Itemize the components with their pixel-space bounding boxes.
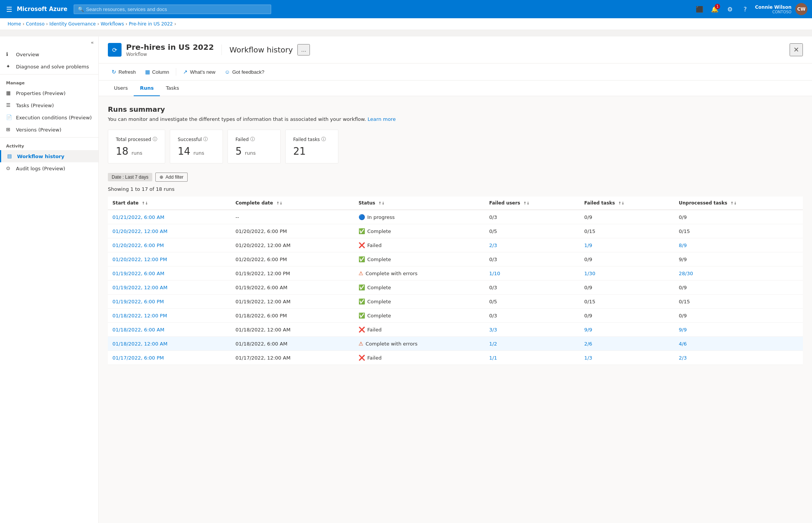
sidebar-divider-1 bbox=[0, 74, 98, 74]
unprocessed-link[interactable]: 28/30 bbox=[679, 271, 693, 276]
start-date-link[interactable]: 01/21/2022, 6:00 AM bbox=[112, 214, 164, 220]
card-failed: Failed ⓘ 5 runs bbox=[227, 130, 281, 163]
add-filter-button[interactable]: ⊕ Add filter bbox=[155, 173, 188, 182]
breadcrumb-identity-governance[interactable]: Identity Governance bbox=[49, 21, 96, 27]
sidebar-item-audit-logs[interactable]: ⊙ Audit logs (Preview) bbox=[0, 162, 98, 174]
table-row[interactable]: 01/21/2022, 6:00 AM -- 🔵 In progress 0/3… bbox=[108, 210, 803, 224]
sidebar-item-versions[interactable]: ⊞ Versions (Preview) bbox=[0, 124, 98, 136]
col-failed-tasks[interactable]: Failed tasks ↑↓ bbox=[580, 197, 674, 210]
status-text: Failed bbox=[367, 355, 382, 361]
failed-users-link[interactable]: 1/1 bbox=[489, 355, 497, 361]
tabs-list: Users Runs Tasks bbox=[108, 81, 803, 96]
ellipsis-button[interactable]: ... bbox=[297, 44, 310, 55]
workflow-icon: ⟳ bbox=[108, 43, 122, 57]
unprocessed-link[interactable]: 4/6 bbox=[679, 341, 687, 347]
unprocessed-value: 0/15 bbox=[679, 228, 690, 234]
search-input[interactable] bbox=[86, 6, 267, 12]
unprocessed-link[interactable]: 2/3 bbox=[679, 355, 687, 361]
table-row[interactable]: 01/17/2022, 6:00 PM 01/17/2022, 12:00 AM… bbox=[108, 351, 803, 365]
start-date-link[interactable]: 01/20/2022, 12:00 AM bbox=[112, 228, 167, 234]
failed-users-link[interactable]: 2/3 bbox=[489, 242, 497, 248]
column-button[interactable]: ▦ Column bbox=[141, 67, 173, 77]
table-row[interactable]: 01/18/2022, 12:00 PM 01/18/2022, 6:00 PM… bbox=[108, 309, 803, 323]
failed-tasks-link[interactable]: 9/9 bbox=[584, 327, 592, 333]
start-date-link[interactable]: 01/20/2022, 6:00 PM bbox=[112, 242, 164, 248]
table-row[interactable]: 01/19/2022, 6:00 AM 01/19/2022, 12:00 PM… bbox=[108, 266, 803, 281]
start-date-link[interactable]: 01/17/2022, 6:00 PM bbox=[112, 355, 164, 361]
failed-tasks-link[interactable]: 1/30 bbox=[584, 271, 595, 276]
notifications-button[interactable]: 🔔 1 bbox=[708, 2, 722, 16]
cloud-shell-button[interactable]: ⬛ bbox=[693, 2, 706, 16]
breadcrumb-workflows[interactable]: Workflows bbox=[101, 21, 124, 27]
failed-tasks-link[interactable]: 2/6 bbox=[584, 341, 592, 347]
card-value-failed-tasks: 21 bbox=[293, 146, 330, 157]
close-button[interactable]: ✕ bbox=[790, 43, 803, 56]
col-status[interactable]: Status ↑↓ bbox=[354, 197, 485, 210]
info-icon-failed-tasks[interactable]: ⓘ bbox=[321, 136, 326, 143]
start-date-link[interactable]: 01/19/2022, 6:00 PM bbox=[112, 299, 164, 304]
learn-more-link[interactable]: Learn more bbox=[368, 116, 396, 122]
table-row[interactable]: 01/18/2022, 12:00 AM 01/18/2022, 6:00 AM… bbox=[108, 337, 803, 351]
table-row[interactable]: 01/19/2022, 6:00 PM 01/19/2022, 12:00 AM… bbox=[108, 295, 803, 309]
table-row[interactable]: 01/19/2022, 12:00 AM 01/19/2022, 6:00 AM… bbox=[108, 281, 803, 295]
page-title-area: ⟳ Pre-hires in US 2022 Workflow Workflow… bbox=[108, 43, 310, 57]
col-unprocessed-tasks[interactable]: Unprocessed tasks ↑↓ bbox=[674, 197, 803, 210]
table-row[interactable]: 01/20/2022, 6:00 PM 01/20/2022, 12:00 AM… bbox=[108, 238, 803, 252]
sidebar-item-execution[interactable]: 📄 Execution conditions (Preview) bbox=[0, 111, 98, 124]
tab-users[interactable]: Users bbox=[108, 81, 134, 96]
status-cell: ⚠ Complete with errors bbox=[359, 341, 480, 347]
breadcrumb-contoso[interactable]: Contoso bbox=[26, 21, 44, 27]
sidebar-item-workflow-history[interactable]: ▤ Workflow history bbox=[0, 150, 98, 162]
failed-users-link[interactable]: 1/2 bbox=[489, 341, 497, 347]
refresh-button[interactable]: ↻ Refresh bbox=[108, 67, 140, 77]
col-start-date[interactable]: Start date ↑↓ bbox=[108, 197, 231, 210]
unprocessed-link[interactable]: 9/9 bbox=[679, 327, 687, 333]
failed-tasks-link[interactable]: 1/3 bbox=[584, 355, 592, 361]
start-date-link[interactable]: 01/20/2022, 12:00 PM bbox=[112, 257, 167, 262]
feedback-label: Got feedback? bbox=[232, 69, 264, 75]
date-filter-chip[interactable]: Date : Last 7 days bbox=[108, 173, 152, 181]
avatar[interactable]: CW bbox=[795, 3, 807, 15]
external-link-icon: ↗ bbox=[183, 69, 188, 75]
sidebar-item-overview[interactable]: ℹ Overview bbox=[0, 48, 98, 60]
search-bar[interactable]: 🔍 bbox=[74, 5, 271, 14]
whats-new-button[interactable]: ↗ What's new bbox=[179, 67, 219, 77]
user-info[interactable]: Connie Wilson CONTOSO bbox=[755, 5, 791, 14]
unprocessed-link[interactable]: 8/9 bbox=[679, 242, 687, 248]
feedback-button[interactable]: ☺ Got feedback? bbox=[221, 67, 268, 77]
sidebar-item-tasks[interactable]: ☰ Tasks (Preview) bbox=[0, 99, 98, 111]
sidebar-item-properties[interactable]: ▦ Properties (Preview) bbox=[0, 87, 98, 99]
start-date-link[interactable]: 01/18/2022, 12:00 AM bbox=[112, 341, 167, 347]
status-text: Complete bbox=[367, 299, 391, 304]
failed-tasks-value: 0/9 bbox=[584, 214, 592, 220]
failed-tasks-link[interactable]: 1/9 bbox=[584, 242, 592, 248]
table-row[interactable]: 01/20/2022, 12:00 AM 01/20/2022, 6:00 PM… bbox=[108, 224, 803, 238]
sidebar-collapse-button[interactable]: « bbox=[0, 36, 98, 48]
col-complete-date[interactable]: Complete date ↑↓ bbox=[231, 197, 354, 210]
table-row[interactable]: 01/18/2022, 6:00 AM 01/18/2022, 12:00 AM… bbox=[108, 323, 803, 337]
tab-runs[interactable]: Runs bbox=[134, 81, 160, 96]
info-icon-successful[interactable]: ⓘ bbox=[203, 136, 208, 143]
sidebar-item-label: Properties (Preview) bbox=[16, 90, 66, 96]
start-date-link[interactable]: 01/19/2022, 12:00 AM bbox=[112, 285, 167, 290]
failed-users-link[interactable]: 1/10 bbox=[489, 271, 500, 276]
properties-icon: ▦ bbox=[6, 90, 12, 96]
info-icon-failed[interactable]: ⓘ bbox=[250, 136, 255, 143]
sidebar-item-diagnose[interactable]: ✦ Diagnose and solve problems bbox=[0, 60, 98, 73]
info-icon-total[interactable]: ⓘ bbox=[153, 136, 157, 143]
whats-new-label: What's new bbox=[190, 69, 215, 75]
breadcrumb-prehire[interactable]: Pre-hire in US 2022 bbox=[129, 21, 173, 27]
title-divider bbox=[221, 44, 222, 55]
failed-tasks-value: 0/9 bbox=[584, 257, 592, 262]
settings-button[interactable]: ⚙ bbox=[723, 2, 737, 16]
failed-users-link[interactable]: 3/3 bbox=[489, 327, 497, 333]
start-date-link[interactable]: 01/18/2022, 12:00 PM bbox=[112, 313, 167, 319]
breadcrumb-home[interactable]: Home bbox=[8, 21, 21, 27]
table-row[interactable]: 01/20/2022, 12:00 PM 01/20/2022, 6:00 PM… bbox=[108, 252, 803, 266]
start-date-link[interactable]: 01/18/2022, 6:00 AM bbox=[112, 327, 164, 333]
col-failed-users[interactable]: Failed users ↑↓ bbox=[485, 197, 580, 210]
start-date-link[interactable]: 01/19/2022, 6:00 AM bbox=[112, 271, 164, 276]
hamburger-menu[interactable]: ☰ bbox=[5, 4, 14, 15]
tab-tasks[interactable]: Tasks bbox=[160, 81, 185, 96]
help-button[interactable]: ? bbox=[738, 2, 752, 16]
